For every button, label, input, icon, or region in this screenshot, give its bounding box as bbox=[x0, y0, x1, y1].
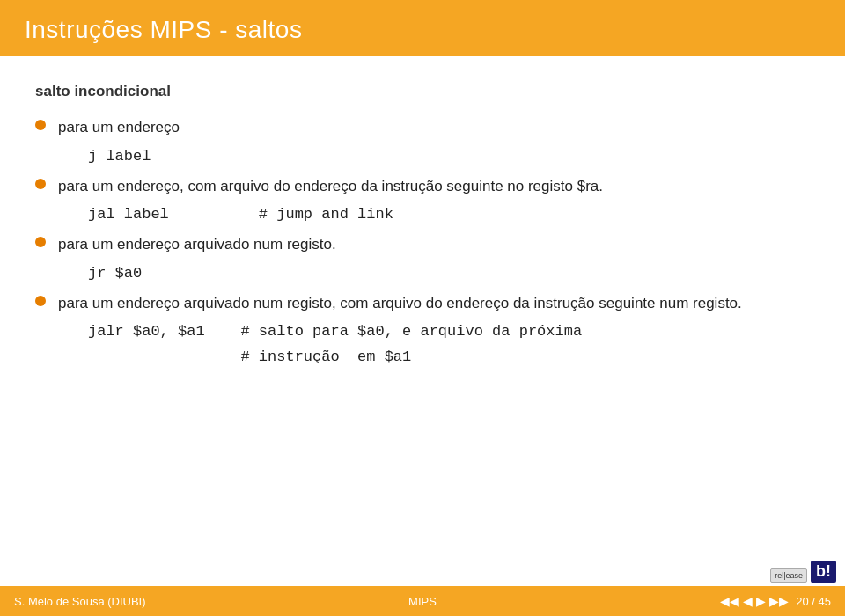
bullet-text-2: para um endereço, com arquivo do endereç… bbox=[58, 175, 603, 198]
bullet-section-1: para um endereço j label bbox=[35, 116, 810, 165]
section-title: salto incondicional bbox=[35, 83, 810, 100]
bullet-text-4: para um endereço arquivado num registo, … bbox=[58, 292, 742, 315]
bullet-dot-3 bbox=[35, 237, 46, 247]
bullet-section-4: para um endereço arquivado num registo, … bbox=[35, 292, 810, 366]
main-content: salto incondicional para um endereço j l… bbox=[0, 56, 845, 393]
logos-area: rel|ease b! bbox=[770, 561, 836, 583]
footer-right: ◀◀ ◀ ▶ ▶▶ 20 / 45 bbox=[720, 594, 831, 608]
footer: S. Melo de Sousa (DIUBI) MIPS ◀◀ ◀ ▶ ▶▶ … bbox=[0, 586, 845, 616]
bullet-dot-4 bbox=[35, 296, 46, 306]
footer-author: S. Melo de Sousa (DIUBI) bbox=[14, 595, 146, 608]
footer-title: MIPS bbox=[408, 595, 437, 608]
bullet-item-3: para um endereço arquivado num registo. bbox=[35, 233, 810, 256]
bullet-item-4: para um endereço arquivado num registo, … bbox=[35, 292, 810, 315]
nav-arrows[interactable]: ◀◀ ◀ ▶ ▶▶ bbox=[720, 594, 789, 608]
code-jalr-line1: jalr $a0, $a1 # salto para $a0, e arquiv… bbox=[88, 323, 810, 340]
bullet-text-3: para um endereço arquivado num registo. bbox=[58, 233, 336, 256]
arrow-left-left[interactable]: ◀◀ bbox=[720, 594, 739, 608]
b-logo: b! bbox=[811, 561, 836, 583]
bullet-item-2: para um endereço, com arquivo do endereç… bbox=[35, 175, 810, 198]
header: Instruções MIPS - saltos bbox=[0, 0, 845, 56]
bullet-dot-1 bbox=[35, 120, 46, 130]
code-j-label: j label bbox=[88, 148, 810, 165]
page-number: 20 / 45 bbox=[796, 595, 831, 608]
code-jal-label: jal label # jump and link bbox=[88, 206, 810, 223]
bullet-item-1: para um endereço bbox=[35, 116, 810, 139]
code-jr-a0: jr $a0 bbox=[88, 265, 810, 282]
rel-logo: rel|ease bbox=[770, 568, 807, 583]
bullet-section-3: para um endereço arquivado num registo. … bbox=[35, 233, 810, 282]
arrow-right[interactable]: ▶ bbox=[756, 594, 766, 608]
page-title: Instruções MIPS - saltos bbox=[25, 16, 302, 44]
arrow-right-right[interactable]: ▶▶ bbox=[769, 594, 789, 608]
bullet-dot-2 bbox=[35, 179, 46, 189]
code-jalr-line2: # instrução em $a1 bbox=[88, 348, 810, 365]
arrow-left[interactable]: ◀ bbox=[743, 594, 753, 608]
bullet-section-2: para um endereço, com arquivo do endereç… bbox=[35, 175, 810, 224]
bullet-text-1: para um endereço bbox=[58, 116, 180, 139]
